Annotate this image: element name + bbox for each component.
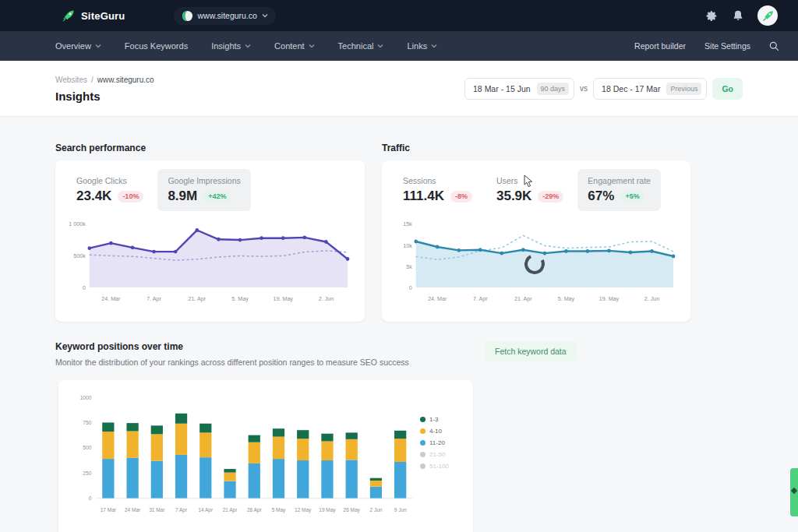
metric-label: Engagement rate xyxy=(588,176,651,185)
legend-item-4-10[interactable]: 4-10 xyxy=(420,428,449,435)
chevron-down-icon xyxy=(309,44,315,48)
page-title: Insights xyxy=(55,90,154,103)
nav-right: Report builder Site Settings xyxy=(634,41,779,51)
svg-text:750: 750 xyxy=(83,420,91,425)
section-title-traffic: Traffic xyxy=(382,143,690,153)
legend-item-21-50[interactable]: 21-50 xyxy=(420,451,449,458)
search-icon[interactable] xyxy=(769,41,779,51)
vs-label: vs xyxy=(580,84,588,93)
legend-item-1-3[interactable]: 1-3 xyxy=(420,416,449,423)
nav-item-site-settings[interactable]: Site Settings xyxy=(704,41,750,51)
date-range-secondary[interactable]: 18 Dec - 17 Mar Previous xyxy=(593,78,707,100)
date-compare-controls: 18 Mar - 15 Jun 90 days vs 18 Dec - 17 M… xyxy=(464,78,743,100)
legend-label: 11-20 xyxy=(429,439,445,446)
legend-label: 1-3 xyxy=(429,416,439,423)
avatar-rocket-icon xyxy=(761,9,775,23)
keyword-positions-card: 0250500750100017 Mar24 Mar31 Mar7 Apr14 … xyxy=(58,380,473,532)
svg-text:21. Apr: 21. Apr xyxy=(514,295,532,302)
chevron-down-icon xyxy=(262,13,268,18)
breadcrumb-separator: / xyxy=(91,76,94,84)
metric-value: 8.9M xyxy=(168,188,197,204)
metric-label: Users xyxy=(496,176,563,185)
svg-text:15k: 15k xyxy=(403,220,412,227)
metric-tile-google-clicks[interactable]: Google Clicks23.4K-10% xyxy=(66,169,154,211)
insights-page: SiteGuru www.siteguru.co xyxy=(0,0,798,532)
topbar: SiteGuru www.siteguru.co xyxy=(0,0,798,31)
metric-value: 35.9K xyxy=(496,188,531,204)
svg-text:2. Jun: 2. Jun xyxy=(644,295,659,302)
user-avatar[interactable] xyxy=(757,5,778,26)
svg-text:5k: 5k xyxy=(406,262,412,270)
svg-text:7. Apr: 7. Apr xyxy=(147,295,161,302)
settings-gear-icon[interactable] xyxy=(704,9,719,23)
chevron-down-icon xyxy=(377,44,383,48)
metric-delta-badge: +42% xyxy=(203,191,231,203)
metric-delta-badge: -29% xyxy=(538,191,563,203)
breadcrumb-websites[interactable]: Websites xyxy=(55,76,87,84)
chevron-down-icon xyxy=(245,44,251,48)
svg-text:1 000k: 1 000k xyxy=(69,220,86,227)
nav-item-label: Focus Keywords xyxy=(125,41,188,51)
keywords-section: Fetch keyword data Keyword positions ove… xyxy=(55,341,690,532)
search-performance-chart: 1 000k500k024. Mar7. Apr21. Apr5. May19.… xyxy=(66,214,354,312)
svg-text:0: 0 xyxy=(83,284,86,291)
section-title-keyword-positions: Keyword positions over time xyxy=(55,341,690,352)
date-range-primary[interactable]: 18 Mar - 15 Jun 90 days xyxy=(464,78,574,100)
svg-text:1000: 1000 xyxy=(80,394,92,400)
svg-text:19 May: 19 May xyxy=(319,507,336,513)
nav-item-focus-keywords[interactable]: Focus Keywords xyxy=(125,41,188,51)
fetch-keyword-data-button[interactable]: Fetch keyword data xyxy=(485,341,577,361)
globe-icon xyxy=(182,10,193,22)
svg-text:5 May: 5 May xyxy=(272,507,286,513)
page-header: Websites / www.siteguru.co Insights 18 M… xyxy=(0,61,798,117)
rocket-logo-icon xyxy=(61,9,76,23)
nav-item-content[interactable]: Content xyxy=(274,41,315,51)
site-selector[interactable]: www.siteguru.co xyxy=(174,7,276,25)
chart-legend: 1-34-1011-2021-5051-100 xyxy=(420,416,449,532)
nav-item-report-builder[interactable]: Report builder xyxy=(634,41,686,51)
svg-text:9 Jun: 9 Jun xyxy=(394,507,407,513)
legend-item-11-20[interactable]: 11-20 xyxy=(420,439,449,446)
metric-tile-users[interactable]: Users35.9K-29% xyxy=(486,169,574,211)
svg-text:24. Mar: 24. Mar xyxy=(101,295,121,302)
svg-text:12 May: 12 May xyxy=(295,507,312,513)
chevron-down-icon xyxy=(95,44,101,48)
date-range-secondary-badge: Previous xyxy=(666,83,701,95)
metric-tile-sessions[interactable]: Sessions111.4K-8% xyxy=(393,169,482,211)
chevron-down-icon xyxy=(431,44,437,48)
svg-text:10k: 10k xyxy=(403,241,412,248)
svg-text:14 Apr: 14 Apr xyxy=(198,507,213,513)
traffic-metrics: Sessions111.4K-8%Users35.9K-29%Engagemen… xyxy=(393,169,680,211)
nav-item-label: Technical xyxy=(338,41,374,51)
metric-tile-engagement-rate[interactable]: Engagement rate67%+5% xyxy=(577,169,661,211)
site-selector-domain: www.siteguru.co xyxy=(198,11,257,20)
svg-text:17 Mar: 17 Mar xyxy=(101,507,117,513)
brand-name: SiteGuru xyxy=(81,10,125,22)
brand[interactable]: SiteGuru xyxy=(61,9,125,23)
search-performance-metrics: Google Clicks23.4K-10%Google Impressions… xyxy=(66,169,354,211)
svg-text:7. Apr: 7. Apr xyxy=(473,295,488,302)
chat-widget-tab[interactable] xyxy=(790,468,798,516)
legend-dot xyxy=(420,428,425,434)
metric-delta-badge: -10% xyxy=(118,191,143,203)
metric-delta-badge: +5% xyxy=(620,191,644,203)
metric-tile-google-impressions[interactable]: Google Impressions8.9M+42% xyxy=(157,169,250,211)
nav-item-overview[interactable]: Overview xyxy=(55,41,101,51)
svg-text:24 Mar: 24 Mar xyxy=(125,507,141,513)
svg-text:0: 0 xyxy=(409,284,412,291)
keyword-positions-chart: 0250500750100017 Mar24 Mar31 Mar7 Apr14 … xyxy=(68,391,417,523)
go-button[interactable]: Go xyxy=(712,78,743,100)
main-nav: OverviewFocus KeywordsInsightsContentTec… xyxy=(0,31,798,61)
svg-text:0: 0 xyxy=(89,495,92,501)
notifications-bell-icon[interactable] xyxy=(731,9,745,23)
nav-item-technical[interactable]: Technical xyxy=(338,41,384,51)
legend-item-51-100[interactable]: 51-100 xyxy=(420,463,449,470)
nav-item-links[interactable]: Links xyxy=(407,41,437,51)
legend-label: 51-100 xyxy=(429,463,449,470)
svg-text:31 Mar: 31 Mar xyxy=(149,507,165,513)
content: Search performance Google Clicks23.4K-10… xyxy=(0,117,690,532)
nav-item-insights[interactable]: Insights xyxy=(211,41,251,51)
date-range-primary-label: 18 Mar - 15 Jun xyxy=(473,84,531,93)
keywords-subtitle: Monitor the distribution of your ranking… xyxy=(55,358,690,367)
metric-value: 111.4K xyxy=(403,188,444,204)
